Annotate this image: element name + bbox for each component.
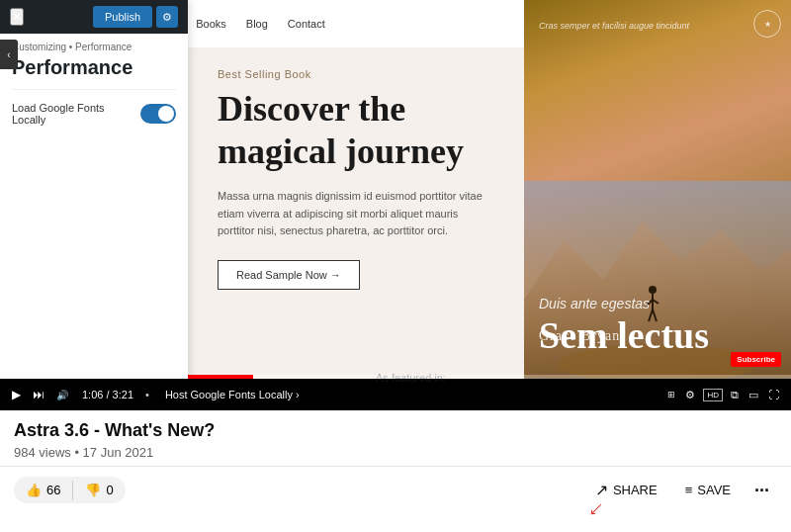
controls-right: ⊞ ⚙ HD ⧉ ▭ ⛶ [665, 389, 781, 401]
video-actions: 👍 66 👎 0 ↗ SHARE ≡ SAVE ··· ↓ [0, 467, 791, 513]
customizer-header: ✕ Publish ⚙ [0, 0, 188, 34]
save-label: SAVE [697, 483, 731, 497]
option-label: Load Google Fonts Locally [12, 102, 140, 126]
heading-line2: magical journey [218, 132, 464, 171]
video-title: Astra 3.6 - What's New? [14, 420, 777, 441]
customizer-panel: ✕ Publish ⚙ ‹ Customizing • Performance … [0, 0, 188, 379]
save-button[interactable]: ≡ SAVE [673, 477, 743, 503]
bullet-separator: • [145, 389, 149, 400]
video-meta: 984 views • 17 Jun 2021 [14, 445, 777, 460]
video-player: GRACE Bryant Home About Books Blog Conta… [0, 0, 791, 410]
customizer-settings-button[interactable]: ⚙ [156, 6, 178, 28]
settings-button[interactable]: ⚙ [683, 389, 697, 401]
load-fonts-toggle[interactable] [140, 104, 176, 124]
site-description: Massa urna magnis dignissim id euismod p… [218, 188, 494, 240]
read-sample-button[interactable]: Read Sample Now → [218, 260, 360, 290]
nav-contact[interactable]: Contact [288, 18, 325, 30]
volume-button[interactable]: 🔊 [54, 390, 70, 400]
heading-line1: Discover the [218, 89, 405, 129]
meta-separator: • [74, 445, 82, 460]
next-icon: ⏭ [33, 388, 44, 401]
dislike-icon: 👎 [85, 483, 101, 497]
hd-badge[interactable]: HD [703, 389, 723, 401]
customizer-header-actions: Publish ⚙ [93, 6, 178, 28]
more-icon: ··· [754, 481, 769, 500]
next-button[interactable]: ⏭ [31, 388, 46, 401]
captions-button[interactable]: ⊞ [665, 390, 677, 399]
fullscreen-button[interactable]: ⛶ [766, 389, 781, 400]
publish-button[interactable]: Publish [93, 6, 152, 28]
save-icon: ≡ [685, 483, 693, 497]
like-dislike-group: 👍 66 👎 0 [14, 477, 126, 503]
book-cover-top-text: Cras semper et facilisi augue tincidunt [539, 15, 776, 33]
like-count: 66 [46, 483, 60, 497]
current-time: 1:06 [82, 389, 103, 400]
dislike-count: 0 [106, 483, 113, 497]
total-time: 3:21 [113, 389, 133, 400]
customizer-close-button[interactable]: ✕ [10, 8, 24, 26]
nav-books[interactable]: Books [196, 18, 226, 30]
customizer-title: Performance [0, 54, 188, 89]
play-button[interactable]: ▶ [10, 388, 23, 401]
upload-date: 17 Jun 2021 [83, 445, 154, 460]
host-fonts-link[interactable]: Host Google Fonts Locally [165, 389, 300, 400]
dislike-button[interactable]: 👎 0 [73, 477, 125, 503]
book-title: Sem lectus [539, 316, 776, 354]
share-label: SHARE [613, 483, 658, 497]
svg-point-3 [649, 286, 657, 294]
customizer-back-button[interactable]: ‹ [0, 40, 18, 69]
book-top-text: Cras semper et facilisi augue tincidunt [539, 21, 689, 31]
miniplayer-button[interactable]: ⧉ [729, 389, 741, 401]
view-count: 984 views [14, 445, 71, 460]
like-button[interactable]: 👍 66 [14, 477, 72, 503]
book-cover: Cras semper et facilisi augue tincidunt … [524, 0, 791, 379]
volume-icon: 🔊 [56, 390, 68, 400]
video-controls: ▶ ⏭ 🔊 1:06 / 3:21 • Host Google Fonts Lo… [0, 379, 791, 410]
like-icon: 👍 [26, 483, 42, 497]
customizer-breadcrumb: Customizing • Performance [0, 34, 188, 54]
book-subtitle: Duis ante egestas [539, 296, 776, 311]
more-options-button[interactable]: ··· [747, 476, 777, 505]
book-text-area: Duis ante egestas Sem lectus [539, 296, 776, 364]
video-info: Astra 3.6 - What's New? 984 views • 17 J… [0, 410, 791, 467]
time-display: 1:06 / 3:21 [82, 389, 133, 400]
play-icon: ▶ [12, 388, 21, 401]
theater-button[interactable]: ▭ [747, 389, 760, 401]
nav-blog[interactable]: Blog [246, 18, 268, 30]
load-fonts-option: Load Google Fonts Locally [0, 90, 188, 137]
